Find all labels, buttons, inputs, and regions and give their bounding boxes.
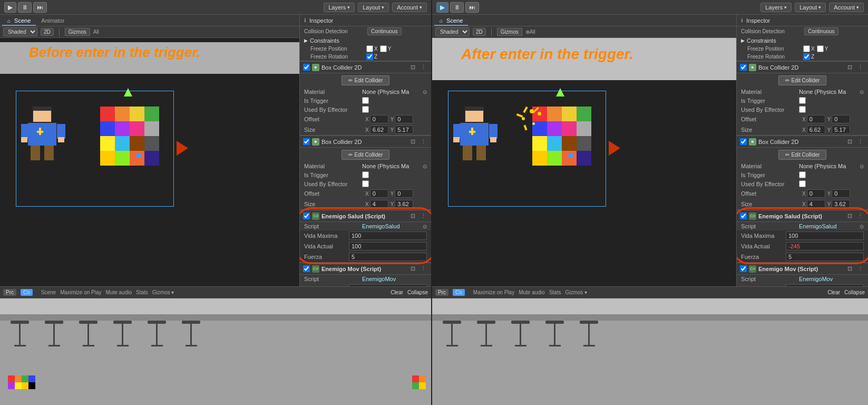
edit-collider2-btn-right[interactable]: ✏ Edit Collider [778, 150, 827, 160]
collider1-menu1-right[interactable]: ⊡ [846, 63, 854, 71]
left-insp-scroll[interactable]: Collision Detection Continuous ▶ Constra… [300, 26, 431, 286]
collider2-menu1-right[interactable]: ⊡ [846, 138, 854, 146]
size1-row-right: Size X 6.62 Y 5.17 [737, 124, 868, 135]
clear-btn-right[interactable]: Clear [827, 290, 840, 295]
collider2-check-left[interactable] [303, 138, 310, 145]
gizmos-btn-right[interactable]: Gizmos [497, 28, 522, 36]
script1-dots-right: ⊙ [860, 224, 864, 229]
stool2 [45, 321, 63, 346]
collider1-check-right[interactable] [740, 64, 747, 71]
trigger1-check-left[interactable] [362, 97, 369, 104]
collider2-menu2-right[interactable]: ⋮ [856, 138, 865, 146]
insp-title-right: Inspector [746, 17, 770, 24]
tab-scene-left[interactable]: ⌂ Scene [2, 16, 36, 26]
trigger2-check-left[interactable] [362, 171, 369, 178]
clear-btn-left[interactable]: Clear [391, 290, 403, 295]
pro-tab-right[interactable]: Prc [435, 289, 448, 296]
step-button-right[interactable]: ⏭ [465, 2, 479, 13]
bar-counter-right [432, 314, 868, 321]
account-dropdown-left[interactable]: Account [392, 3, 427, 12]
script2-value-right[interactable]: EnemigoMov [799, 276, 864, 282]
distancia-input-right[interactable] [786, 284, 864, 286]
vida-actual-input-left[interactable] [349, 242, 427, 250]
tab-scene-right[interactable]: ⌂ Scene [434, 16, 468, 26]
vida-maxima-input-right[interactable] [786, 232, 864, 240]
script2-check-left[interactable] [303, 265, 310, 272]
script1-check-right[interactable] [740, 213, 747, 219]
collider2-menu2-left[interactable]: ⋮ [419, 138, 428, 146]
trigger1-check-right[interactable] [799, 97, 806, 104]
freeze-z-left[interactable]: Z [366, 53, 377, 60]
fuerza-input-left[interactable] [349, 253, 427, 261]
collider1-menu2-left[interactable]: ⋮ [419, 63, 428, 71]
script1-header-right: C# Enemigo Salud (Script) ⊡ ⋮ [737, 209, 868, 222]
collider1-icon-right: ■ [749, 64, 756, 71]
script1-value-right[interactable]: EnemigoSalud [799, 223, 860, 229]
pro-tab-left[interactable]: Prc [3, 289, 16, 296]
script2-check-right[interactable] [740, 265, 747, 272]
freeze-z-right[interactable]: Z [803, 53, 814, 60]
layout-dropdown-right[interactable]: Layout [795, 3, 826, 12]
freeze-x-left[interactable]: X [366, 45, 378, 52]
co-tab-right[interactable]: Co [453, 289, 465, 296]
material1-row-left: Material None (Physics Ma ⊙ [300, 88, 431, 96]
edit-collider2-btn-left[interactable]: ✏ Edit Collider [342, 150, 390, 160]
layers-dropdown-left[interactable]: Layers [324, 3, 355, 12]
trigger2-check-right[interactable] [799, 171, 806, 178]
script1-menu1-left[interactable]: ⊡ [409, 212, 417, 220]
script2-header-left: C# Enemigo Mov (Script) ⊡ ⋮ [300, 262, 431, 275]
play-button-left[interactable]: ▶ [4, 2, 16, 13]
layout-dropdown-left[interactable]: Layout [358, 3, 389, 12]
pause-button-right[interactable]: ⏸ [450, 2, 464, 13]
script1-m1-right[interactable]: ⊡ [846, 212, 854, 220]
script1-menu2-left[interactable]: ⋮ [419, 212, 428, 220]
effector2-check-right[interactable] [799, 180, 806, 187]
right-insp-title: ℹ Inspector [737, 15, 868, 26]
left-top-bar: ▶ ⏸ ⏭ Layers Layout Account [0, 0, 431, 15]
right-scene-tabs: ⌂ Scene [432, 15, 736, 26]
script1-value-left[interactable]: EnemigoSalud [362, 223, 423, 229]
edit-collider1-btn-left[interactable]: ✏ Edit Collider [342, 75, 390, 85]
insp-title-left: Inspector [309, 17, 333, 24]
freeze-x-right[interactable]: X [803, 45, 815, 52]
collider2-menu1-left[interactable]: ⊡ [409, 138, 417, 146]
pause-button-left[interactable]: ⏸ [18, 2, 32, 13]
after-annotation: After enter in the trigger. [461, 46, 633, 63]
effector1-check-left[interactable] [362, 106, 369, 113]
play-button-right[interactable]: ▶ [436, 2, 448, 13]
gizmos-btn-left[interactable]: Gizmos [65, 28, 90, 36]
layers-dropdown-right[interactable]: Layers [760, 3, 792, 12]
collider1-menu2-right[interactable]: ⋮ [856, 63, 865, 71]
collider2-check-right[interactable] [740, 138, 747, 145]
script2-value-left[interactable]: EnemigoMov [362, 276, 427, 282]
shaded-select-right[interactable]: Shaded [435, 27, 470, 36]
step-button-left[interactable]: ⏭ [33, 2, 47, 13]
shaded-select-left[interactable]: Shaded [3, 27, 37, 36]
tab-animator-left[interactable]: Animator [36, 16, 70, 26]
effector2-check-left[interactable] [362, 180, 369, 187]
collider1-check-left[interactable] [303, 64, 310, 71]
script1-m2-right[interactable]: ⋮ [856, 212, 865, 220]
right-game-toolbar: Prc Co Maximize on Play Mute audio Stats… [432, 287, 868, 298]
script2-menu2-left[interactable]: ⋮ [419, 265, 428, 273]
left-game-content [0, 298, 431, 405]
co-tab-left[interactable]: Co [21, 289, 33, 296]
script2-menu1-left[interactable]: ⊡ [409, 265, 417, 273]
collapse-btn-right[interactable]: Collapse [844, 290, 865, 295]
vida-actual-input-right[interactable] [786, 242, 864, 250]
script2-m2-right[interactable]: ⋮ [856, 265, 865, 273]
script1-check-left[interactable] [303, 213, 310, 219]
edit-collider1-btn-right[interactable]: ✏ Edit Collider [778, 75, 827, 85]
offset1-xy-left: X 0 Y 0 [365, 115, 413, 123]
freeze-y-left[interactable]: Y [380, 45, 392, 52]
right-insp-scroll[interactable]: Collision Detection Continuous ▶ Constra… [737, 26, 868, 286]
main-container: ▶ ⏸ ⏭ Layers Layout Account ⌂ Scene [0, 0, 868, 405]
vida-maxima-input-left[interactable] [349, 232, 427, 240]
account-dropdown-right[interactable]: Account [829, 3, 864, 12]
freeze-y-right[interactable]: Y [817, 45, 828, 52]
collapse-btn-left[interactable]: Collapse [407, 290, 428, 295]
effector1-check-right[interactable] [799, 106, 806, 113]
fuerza-input-right[interactable] [786, 253, 864, 261]
script2-m1-right[interactable]: ⊡ [846, 265, 854, 273]
collider1-menu1-left[interactable]: ⊡ [409, 63, 417, 71]
